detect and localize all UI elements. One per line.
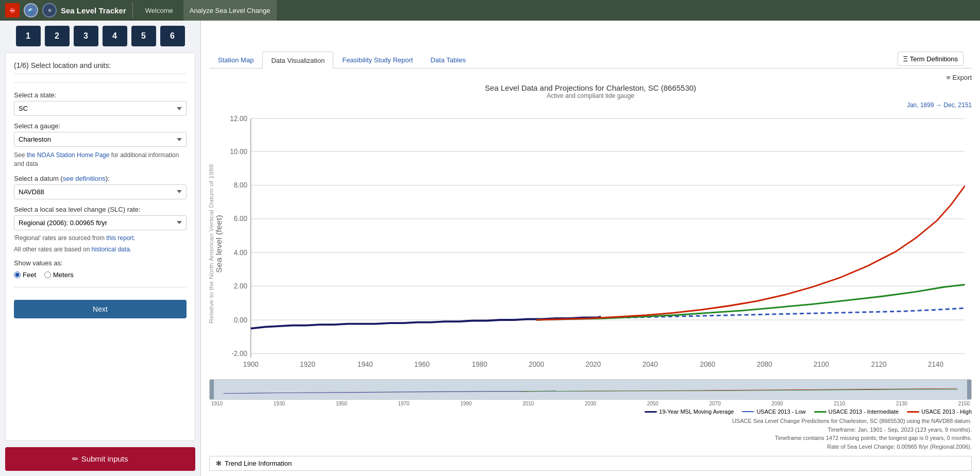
meters-radio[interactable] (44, 271, 51, 278)
export-button[interactable]: ≡ Export (947, 74, 972, 81)
range-labels: 1910 1930 1950 1970 1990 2010 2030 2050 … (209, 401, 972, 406)
step-4[interactable]: 4 (103, 26, 127, 46)
noaa-link[interactable]: the NOAA Station Home Page (27, 151, 110, 159)
svg-text:0.00: 0.00 (234, 315, 247, 324)
chart-info-text: USACE Sea Level Change Predictions for C… (209, 417, 972, 451)
left-panel: 1 2 3 4 5 6 (1/6) Select location and un… (0, 21, 201, 476)
legend-high: USACE 2013 - High (907, 409, 972, 415)
svg-text:2020: 2020 (585, 360, 601, 368)
range-selector[interactable] (209, 379, 972, 400)
chart-container: ≡ Export Sea Level Data and Projections … (209, 74, 972, 471)
this-report-link[interactable]: this report. (106, 234, 136, 242)
trend-line-info-button[interactable]: ✻ Trend Line Information (209, 456, 972, 471)
svg-text:12.00: 12.00 (230, 114, 247, 123)
top-nav: ⛔ 🌊 ⚙ Sea Level Tracker Welcome Analyze … (0, 0, 980, 21)
chart-title: Sea Level Data and Projections for Charl… (209, 83, 972, 92)
circle-logo-2: ⚙ (42, 3, 57, 18)
range-handle-left[interactable] (210, 380, 214, 399)
svg-text:4.00: 4.00 (234, 248, 247, 257)
state-select[interactable]: SC NC GA FL (14, 101, 187, 116)
show-values-label: Show values as: (14, 259, 187, 267)
legend-low-line (742, 411, 754, 412)
bottom-section: ✻ Trend Line Information (209, 451, 972, 471)
chart-export-area: ≡ Export (209, 74, 972, 81)
tab-data-visualization[interactable]: Data Visualization (262, 52, 333, 69)
term-def-icon: Ξ (903, 55, 908, 63)
form-title: (1/6) Select location and units: (14, 61, 187, 74)
slc-note-2: All other rates are based on historical … (14, 246, 187, 253)
range-handle-right[interactable] (967, 380, 971, 399)
step-6[interactable]: 6 (160, 26, 185, 46)
feet-radio-label[interactable]: Feet (14, 271, 36, 279)
form-panel: (1/6) Select location and units: Select … (5, 53, 195, 441)
svg-text:1960: 1960 (414, 360, 430, 368)
red-logo-icon: ⛔ (5, 3, 20, 18)
historical-data-link[interactable]: historical data. (92, 246, 131, 253)
gauge-label: Select a gauge: (14, 122, 187, 130)
analyze-nav-btn[interactable]: Analyze Sea Level Change (183, 0, 277, 21)
slc-note-1: 'Regional' rates are sourced from this r… (14, 234, 187, 242)
form-divider-2 (14, 287, 187, 287)
chart-tabs: Station Map Data Visualization Feasibili… (209, 52, 972, 69)
hamburger-icon: ≡ (947, 74, 951, 81)
svg-text:2000: 2000 (529, 360, 544, 368)
gauge-select[interactable]: Charleston (14, 132, 187, 147)
legend-msl-line (645, 411, 657, 413)
svg-text:2060: 2060 (700, 360, 715, 368)
welcome-nav-btn[interactable]: Welcome (139, 0, 179, 21)
app-title: Sea Level Tracker (61, 6, 126, 15)
legend-low: USACE 2013 - Low (742, 409, 805, 415)
svg-text:2100: 2100 (814, 360, 829, 368)
datum-label: Select a datum (see definitions): (14, 175, 187, 182)
legend-msl: 19-Year MSL Moving Average (645, 409, 734, 415)
chart-date-range: Jan, 1899 → Dec, 2151 (209, 101, 972, 109)
right-panel: Ξ Term Definitions Station Map Data Visu… (201, 21, 980, 476)
submit-button[interactable]: ✏ Submit inputs (5, 447, 195, 471)
radio-group: Feet Meters (14, 271, 187, 279)
see-definitions-link[interactable]: see definitions (63, 175, 106, 182)
legend-high-line (907, 411, 919, 413)
svg-text:-2.00: -2.00 (231, 349, 247, 358)
svg-text:2080: 2080 (757, 360, 772, 368)
step-3[interactable]: 3 (74, 26, 98, 46)
slc-label: Select a local sea level change (SLC) ra… (14, 206, 187, 213)
svg-text:Sea level (feet): Sea level (feet) (215, 215, 223, 273)
next-button[interactable]: Next (14, 300, 187, 318)
feet-radio[interactable] (14, 271, 21, 278)
range-active-area (210, 380, 971, 399)
svg-text:1920: 1920 (300, 360, 315, 368)
svg-text:1980: 1980 (472, 360, 487, 368)
tab-feasibility-report[interactable]: Feasibility Study Report (333, 52, 421, 68)
svg-text:2120: 2120 (871, 360, 887, 368)
noaa-note: See the NOAA Station Home Page for addit… (14, 151, 187, 168)
form-divider-1 (14, 82, 187, 83)
svg-text:Relative to the North American: Relative to the North American Vertical … (209, 164, 215, 324)
svg-text:2.00: 2.00 (234, 281, 247, 290)
tab-station-map[interactable]: Station Map (209, 52, 262, 68)
step-5[interactable]: 5 (131, 26, 156, 46)
term-definitions-button[interactable]: Ξ Term Definitions (898, 52, 964, 66)
tab-data-tables[interactable]: Data Tables (421, 52, 474, 68)
svg-text:1900: 1900 (243, 360, 259, 368)
slc-select[interactable]: Regional (2006): 0.00965 ft/yr (14, 215, 187, 230)
state-label: Select a state: (14, 91, 187, 99)
nav-separator (132, 3, 133, 18)
legend-area: 19-Year MSL Moving Average USACE 2013 - … (209, 409, 972, 415)
svg-text:1940: 1940 (358, 360, 373, 368)
step-1[interactable]: 1 (16, 26, 41, 46)
chart-svg-wrapper: Sea level (feet) Relative to the North A… (209, 111, 972, 377)
chart-header: Sea Level Data and Projections for Charl… (209, 83, 972, 99)
main-layout: 1 2 3 4 5 6 (1/6) Select location and un… (0, 21, 980, 476)
svg-text:6.00: 6.00 (234, 214, 247, 223)
right-top-area: Ξ Term Definitions Station Map Data Visu… (209, 26, 972, 74)
step-indicators: 1 2 3 4 5 6 (5, 26, 195, 46)
svg-text:8.00: 8.00 (234, 180, 247, 189)
datum-select[interactable]: NAVD88 MLLW MTL (14, 184, 187, 199)
svg-text:10.00: 10.00 (230, 147, 247, 156)
chart-svg: Sea level (feet) Relative to the North A… (209, 111, 972, 377)
asterisk-icon: ✻ (216, 460, 222, 467)
meters-radio-label[interactable]: Meters (44, 271, 74, 279)
svg-text:2040: 2040 (643, 360, 658, 368)
legend-intermediate-line (814, 411, 826, 413)
step-2[interactable]: 2 (45, 26, 70, 46)
